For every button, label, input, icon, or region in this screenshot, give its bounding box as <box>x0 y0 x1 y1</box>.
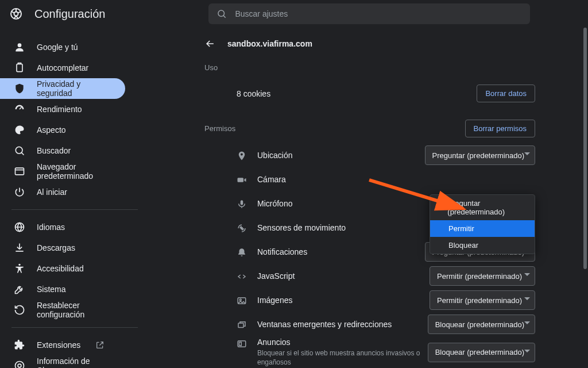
sidebar-item-reset[interactable]: Restablecer configuración <box>0 300 125 320</box>
search-input[interactable] <box>235 9 522 18</box>
dropdown-option-label: Preguntar (predeterminado) <box>447 199 529 216</box>
clear-data-button[interactable]: Borrar datos <box>477 85 535 102</box>
sidebar-separator <box>11 327 138 328</box>
permission-label: Ubicación <box>257 151 292 160</box>
download-icon <box>14 242 25 254</box>
sidebar-item-extensions[interactable]: Extensiones <box>0 335 125 355</box>
svg-point-13 <box>241 228 243 229</box>
chrome-logo-icon <box>9 7 23 21</box>
external-link-icon <box>95 340 105 350</box>
sidebar-item-label: Privacidad y seguridad <box>37 79 114 98</box>
permission-select-value: Bloquear (predeterminado) <box>435 320 524 329</box>
sidebar-item-label: Aspecto <box>37 125 66 135</box>
permission-select-location[interactable]: Preguntar (predeterminado) <box>425 145 535 165</box>
dropdown-option[interactable]: Preguntar (predeterminado) <box>430 195 535 220</box>
sidebar: Google y túAutocompletarPrivacidad y seg… <box>0 28 149 368</box>
permission-select-value: Permitir (predeterminado) <box>437 296 522 305</box>
permission-label: Micrófono <box>257 199 292 208</box>
browser-icon <box>14 166 25 177</box>
svg-rect-16 <box>238 323 243 328</box>
permission-select-popups[interactable]: Bloquear (predeterminado) <box>428 315 535 334</box>
sidebar-item-label: Buscador <box>37 146 71 155</box>
permission-select-ads[interactable]: Bloquear (predeterminado) <box>428 343 535 362</box>
permission-label: Sensores de movimiento <box>257 223 346 232</box>
permission-sublabel: Bloquear si el sitio web muestra anuncio… <box>257 348 424 367</box>
cookies-count[interactable]: 8 cookies <box>237 89 270 98</box>
check-icon <box>436 204 443 212</box>
sidebar-separator <box>11 209 138 210</box>
usage-row: 8 cookies Borrar datos <box>202 80 535 107</box>
wrench-icon <box>14 283 25 295</box>
motion-icon <box>237 223 247 233</box>
power-icon <box>14 186 25 198</box>
permission-label: Cámara <box>257 175 286 184</box>
usage-section-title: Uso <box>204 63 535 72</box>
search-icon <box>216 9 227 19</box>
sidebar-item-label: Descargas <box>37 243 75 252</box>
sidebar-item-label: Navegador predeterminado <box>37 162 114 181</box>
permission-row-camera: Cámara <box>202 167 535 191</box>
sidebar-item-startup[interactable]: Al iniciar <box>0 182 125 202</box>
camera-select-dropdown[interactable]: Preguntar (predeterminado)PermitirBloque… <box>430 194 535 254</box>
code-icon <box>237 271 247 282</box>
svg-rect-12 <box>241 200 243 205</box>
sidebar-item-autofill[interactable]: Autocompletar <box>0 57 125 78</box>
sidebar-item-performance[interactable]: Rendimiento <box>0 99 125 120</box>
site-settings-panel: sandbox.viafirma.com Uso 8 cookies Borra… <box>202 28 535 368</box>
sidebar-item-search-engine[interactable]: Buscador <box>0 140 125 161</box>
sidebar-item-label: Extensiones <box>37 340 80 350</box>
mic-icon <box>237 199 247 209</box>
permission-select-javascript[interactable]: Permitir (predeterminado) <box>430 266 535 286</box>
sidebar-item-downloads[interactable]: Descargas <box>0 237 125 258</box>
chevron-down-icon <box>524 297 530 303</box>
permission-label: Ventanas emergentes y redirecciones <box>257 320 392 329</box>
sidebar-item-label: Al iniciar <box>37 187 67 197</box>
pin-icon <box>237 151 247 161</box>
svg-point-9 <box>18 264 20 266</box>
globe-icon <box>14 221 25 233</box>
chrome-icon <box>14 360 25 368</box>
sidebar-item-languages[interactable]: Idiomas <box>0 217 125 237</box>
sidebar-item-label: Idiomas <box>37 223 65 232</box>
clipboard-icon <box>14 62 25 74</box>
speed-icon <box>14 103 25 115</box>
search-box[interactable] <box>208 3 530 24</box>
top-bar: Configuración <box>0 0 588 28</box>
site-hostname: sandbox.viafirma.com <box>227 39 312 48</box>
search-icon <box>14 145 25 156</box>
dropdown-option-label: Bloquear <box>448 241 478 250</box>
bell-icon <box>237 247 247 258</box>
chevron-down-icon <box>524 321 530 327</box>
sidebar-item-google-you[interactable]: Google y tú <box>0 37 125 57</box>
shield-icon <box>14 83 25 94</box>
sidebar-item-label: Restablecer configuración <box>37 301 114 319</box>
svg-point-1 <box>14 12 18 16</box>
scrollbar[interactable] <box>582 28 588 368</box>
sidebar-item-privacy[interactable]: Privacidad y seguridad <box>0 78 125 99</box>
sidebar-item-system[interactable]: Sistema <box>0 279 125 300</box>
sidebar-item-accessibility[interactable]: Accesibilidad <box>0 258 125 279</box>
dropdown-option[interactable]: Bloquear <box>430 237 535 254</box>
svg-rect-7 <box>16 168 24 175</box>
scrollbar-thumb[interactable] <box>583 28 587 269</box>
reset-permissions-button[interactable]: Borrar permisos <box>465 120 535 137</box>
permission-select-value: Preguntar (predeterminado) <box>432 151 524 160</box>
sidebar-item-about[interactable]: Información de Chrome <box>0 355 125 368</box>
sidebar-item-appearance[interactable]: Aspecto <box>0 120 125 140</box>
ad-icon <box>237 339 247 349</box>
svg-point-2 <box>218 10 225 17</box>
sidebar-item-default-browser[interactable]: Navegador predeterminado <box>0 161 125 182</box>
extension-icon <box>14 339 25 351</box>
back-button[interactable] <box>204 38 216 49</box>
permission-row-popups: Ventanas emergentes y redireccionesBloqu… <box>202 312 535 336</box>
reset-icon <box>14 304 25 316</box>
permission-select-images[interactable]: Permitir (predeterminado) <box>430 290 535 310</box>
permission-label: JavaScript <box>257 271 295 281</box>
chevron-down-icon <box>524 273 530 279</box>
dropdown-option-label: Permitir <box>448 224 474 233</box>
svg-point-6 <box>16 147 22 154</box>
permission-row-ads: AnunciosBloquear si el sitio web muestra… <box>202 336 535 368</box>
permission-row-javascript: JavaScriptPermitir (predeterminado) <box>202 264 535 288</box>
chevron-down-icon <box>524 350 530 355</box>
dropdown-option[interactable]: Permitir <box>430 220 535 237</box>
